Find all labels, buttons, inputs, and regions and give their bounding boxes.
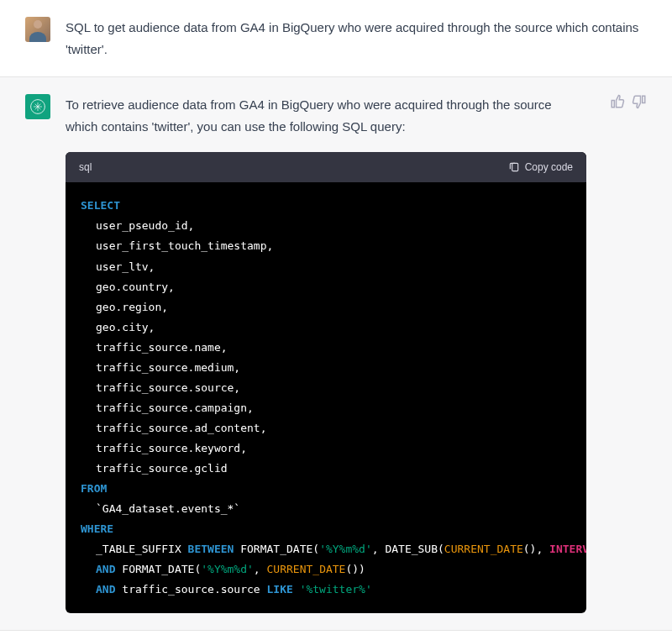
- user-message-row: SQL to get audience data from GA4 in Big…: [0, 0, 672, 77]
- thumbs-down-icon: [632, 94, 647, 109]
- code-token: geo.region,: [81, 297, 571, 318]
- code-token: WHERE: [81, 522, 113, 535]
- code-token: geo.country,: [81, 277, 571, 297]
- code-token: `GA4_dataset.events_*`: [81, 499, 571, 519]
- code-token: traffic_source.source,: [81, 378, 571, 398]
- code-token: BETWEEN: [188, 543, 234, 555]
- code-token: DATE_SUB: [385, 543, 438, 555]
- assistant-message-text: To retrieve audience data from GA4 in Bi…: [66, 94, 586, 137]
- code-token: geo.city,: [81, 318, 571, 338]
- copy-code-button[interactable]: Copy code: [508, 159, 573, 176]
- assistant-avatar: [25, 94, 50, 119]
- code-token: INTERVAL: [549, 543, 586, 555]
- code-token: '%Y%m%d': [201, 563, 254, 575]
- code-token: traffic_source.keyword,: [81, 438, 571, 459]
- code-token: traffic_source.gclid: [81, 459, 571, 479]
- code-token: traffic_source.name,: [81, 338, 571, 358]
- code-token: traffic_source.campaign,: [81, 398, 571, 418]
- code-token: user_ltv,: [81, 257, 571, 277]
- code-token: SELECT: [81, 199, 120, 212]
- code-token: traffic_source.source: [122, 583, 266, 596]
- assistant-content: To retrieve audience data from GA4 in Bi…: [66, 94, 586, 613]
- code-body[interactable]: SELECT user_pseudo_id, user_first_touch_…: [66, 182, 586, 613]
- openai-icon: [29, 98, 46, 115]
- code-token: LIKE: [267, 583, 293, 596]
- code-lang-label: sql: [79, 159, 92, 176]
- feedback-buttons: [610, 94, 647, 613]
- code-token: AND: [96, 563, 115, 575]
- code-token: '%Y%m%d': [319, 543, 372, 555]
- code-token: _TABLE_SUFFIX: [96, 543, 188, 555]
- thumbs-up-icon: [610, 94, 625, 109]
- code-token: '%twitter%': [300, 583, 372, 596]
- clipboard-icon: [508, 161, 520, 173]
- svg-rect-0: [512, 164, 517, 171]
- code-token: FROM: [81, 482, 107, 495]
- thumbs-down-button[interactable]: [632, 94, 647, 109]
- code-token: traffic_source.ad_content,: [81, 418, 571, 438]
- code-token: traffic_source.medium,: [81, 358, 571, 378]
- assistant-message-row: To retrieve audience data from GA4 in Bi…: [0, 77, 672, 631]
- thumbs-up-button[interactable]: [610, 94, 625, 109]
- code-token: CURRENT_DATE: [267, 563, 346, 575]
- code-header: sql Copy code: [66, 152, 586, 182]
- code-token: FORMAT_DATE: [240, 543, 312, 555]
- code-token: CURRENT_DATE: [444, 543, 523, 555]
- copy-code-label: Copy code: [525, 159, 573, 176]
- code-token: user_first_touch_timestamp,: [81, 236, 571, 256]
- user-message-text: SQL to get audience data from GA4 in Big…: [66, 17, 647, 60]
- code-token: FORMAT_DATE: [122, 563, 194, 575]
- code-token: AND: [96, 583, 115, 596]
- code-token: user_pseudo_id,: [81, 216, 571, 236]
- user-avatar: [25, 17, 50, 42]
- code-block: sql Copy code SELECT user_pseudo_id, use…: [66, 152, 586, 613]
